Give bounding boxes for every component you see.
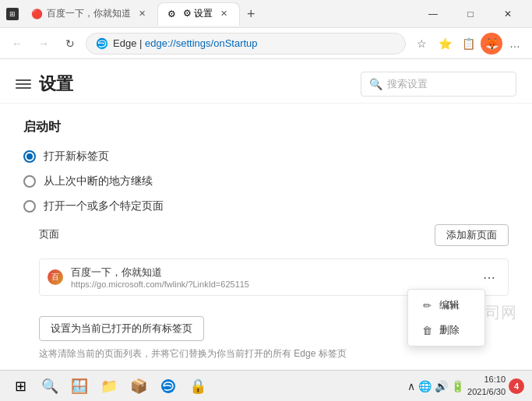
minimize-button[interactable]: —: [415, 2, 451, 26]
address-separator: |: [139, 37, 145, 49]
taskbar-edge-icon: [160, 378, 176, 394]
radio-option-3[interactable]: 打开一个或多个特定页面: [23, 199, 509, 213]
taskbar: ⊞ 🔍 🪟 📁 📦 🔒 ∧ 🌐 🔊 🔋 16:10 2021/6/30: [0, 370, 532, 401]
taskbar-lock-button[interactable]: 🔒: [185, 374, 210, 399]
system-clock[interactable]: 16:10 2021/6/30: [467, 374, 506, 398]
browser-window: ⊞ 🔴 百度一下，你就知道 ✕ ⚙ ⚙ 设置 ✕ + — □ ✕ ← → ↻: [0, 0, 532, 401]
tab-baidu-label: 百度一下，你就知道: [47, 7, 131, 20]
context-menu-edit[interactable]: ✏ 编辑: [408, 293, 484, 318]
context-delete-label: 删除: [439, 323, 460, 337]
radio-label-1: 打开新标签页: [44, 149, 109, 164]
tab-settings[interactable]: ⚙ ⚙ 设置 ✕: [157, 2, 240, 26]
menu-line-2: [16, 83, 31, 85]
refresh-button[interactable]: ↻: [59, 33, 81, 55]
radio-label-3: 打开一个或多个特定页面: [44, 199, 164, 213]
page-info-1: 百度一下，你就知道 https://go.microsoft.com/fwlin…: [71, 266, 478, 289]
sidebar-toggle-button[interactable]: [16, 76, 31, 92]
tab-baidu[interactable]: 🔴 百度一下，你就知道 ✕: [22, 2, 157, 26]
radio-btn-3[interactable]: [23, 200, 36, 213]
tab-baidu-close[interactable]: ✕: [136, 8, 148, 20]
tray-chevron-icon[interactable]: ∧: [407, 380, 415, 392]
edit-icon: ✏: [421, 300, 433, 311]
add-page-button[interactable]: 添加新页面: [435, 224, 509, 246]
page-name-1: 百度一下，你就知道: [71, 266, 478, 280]
radio-option-2[interactable]: 从上次中断的地方继续: [23, 174, 509, 188]
address-input[interactable]: Edge | edge://settings/onStartup: [86, 33, 406, 55]
taskbar-store-button[interactable]: 📦: [126, 374, 151, 399]
notification-badge[interactable]: 4: [509, 378, 524, 394]
address-bar: ← → ↻ Edge | edge://settings/onStartup: [0, 28, 532, 59]
page-favicon-1: 百: [48, 269, 63, 285]
taskbar-taskview-button[interactable]: 🪟: [67, 374, 92, 399]
page-url-1: https://go.microsoft.com/fwlink/?LinkId=…: [71, 280, 478, 289]
menu-line-3: [16, 87, 31, 89]
window-app-icon: ⊞: [6, 8, 19, 20]
page-more-button[interactable]: ⋯: [478, 269, 500, 287]
delete-icon: 🗑: [421, 325, 433, 336]
pages-label: 页面: [39, 227, 59, 241]
tab-settings-label: ⚙ 设置: [183, 7, 213, 20]
favorites-icon[interactable]: ☆: [410, 33, 432, 55]
toolbar-icons: ☆ ⭐ 📋 🦊 …: [410, 33, 526, 55]
page-content: 设置 🔍 搜索设置 启动时 打开新标签页 从上次中断的地方继续: [0, 59, 532, 370]
tray-icons: ∧ 🌐 🔊 🔋: [407, 380, 464, 392]
clock-time: 16:10: [467, 374, 506, 385]
settings-search-placeholder: 搜索设置: [387, 77, 428, 91]
tab-settings-close[interactable]: ✕: [217, 8, 230, 20]
context-edit-label: 编辑: [439, 298, 460, 312]
menu-line-1: [16, 79, 31, 81]
maximize-button[interactable]: □: [453, 2, 488, 26]
address-text: Edge | edge://settings/onStartup: [113, 37, 258, 49]
section-title: 启动时: [23, 119, 509, 135]
settings-title: 设置: [39, 72, 73, 96]
settings-search-icon: 🔍: [369, 78, 382, 90]
profile-icon[interactable]: 🦊: [481, 33, 502, 55]
forward-button[interactable]: →: [33, 33, 55, 55]
radio-btn-2[interactable]: [23, 175, 36, 188]
taskbar-start-button[interactable]: ⊞: [8, 374, 33, 399]
tab-bar: 🔴 百度一下，你就知道 ✕ ⚙ ⚙ 设置 ✕ +: [22, 2, 412, 26]
page-actions-1: ⋯: [478, 269, 500, 287]
set-current-button[interactable]: 设置为当前已打开的所有标签页: [39, 316, 204, 341]
set-current-desc: 这将清除当前的页面列表，并将它们替换为你当前打开的所有 Edge 标签页: [39, 347, 509, 361]
share-icon[interactable]: 📋: [457, 33, 479, 55]
tray-battery-icon[interactable]: 🔋: [451, 380, 464, 392]
window-controls: — □ ✕: [415, 2, 526, 26]
radio-btn-1[interactable]: [23, 150, 36, 163]
settings-title-area: 设置: [16, 72, 73, 96]
back-button[interactable]: ←: [6, 33, 28, 55]
tray-network-icon[interactable]: 🌐: [418, 380, 432, 392]
taskbar-files-button[interactable]: 📁: [97, 374, 122, 399]
taskbar-edge-button[interactable]: [156, 374, 181, 399]
clock-date: 2021/6/30: [467, 386, 506, 398]
title-bar: ⊞ 🔴 百度一下，你就知道 ✕ ⚙ ⚙ 设置 ✕ + — □ ✕: [0, 0, 532, 28]
tab-settings-favicon: ⚙: [167, 9, 178, 19]
system-tray: ∧ 🌐 🔊 🔋 16:10 2021/6/30 4: [407, 374, 524, 398]
taskbar-search-button[interactable]: 🔍: [37, 374, 62, 399]
context-menu: ✏ 编辑 🗑 删除: [407, 289, 485, 346]
pages-header: 页面 添加新页面: [39, 224, 509, 252]
close-button[interactable]: ✕: [490, 2, 526, 26]
more-icon[interactable]: …: [504, 33, 526, 55]
address-edge-label: Edge: [113, 37, 136, 49]
address-url: edge://settings/onStartup: [145, 37, 258, 49]
tray-sound-icon[interactable]: 🔊: [435, 380, 448, 392]
settings-search-box[interactable]: 🔍 搜索设置: [361, 72, 516, 97]
settings-header: 设置 🔍 搜索设置: [0, 59, 532, 104]
collections-icon[interactable]: ⭐: [434, 33, 456, 55]
tab-baidu-favicon: 🔴: [31, 9, 42, 19]
edge-logo-icon: [96, 37, 108, 50]
new-tab-button[interactable]: +: [240, 4, 262, 26]
context-menu-delete[interactable]: 🗑 删除: [408, 318, 484, 343]
radio-label-2: 从上次中断的地方继续: [44, 174, 153, 188]
radio-option-1[interactable]: 打开新标签页: [23, 149, 509, 164]
